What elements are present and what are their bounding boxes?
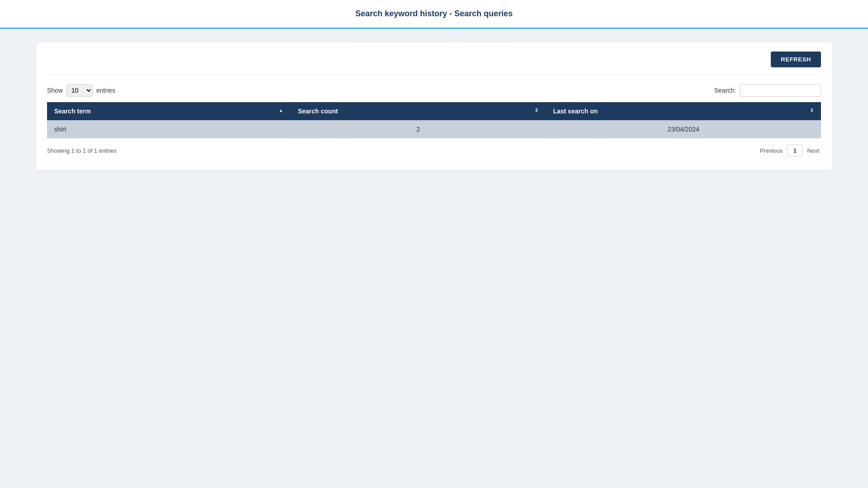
main-card: REFRESH Show 10 25 50 100 entries Search… bbox=[36, 42, 832, 170]
showing-text: Showing 1 to 1 of 1 entries bbox=[47, 147, 117, 154]
col-search-count-label: Search count bbox=[298, 108, 338, 115]
previous-button[interactable]: Previous bbox=[758, 145, 785, 156]
card-header: REFRESH bbox=[47, 52, 821, 75]
next-button[interactable]: Next bbox=[805, 145, 821, 156]
page-number: 1 bbox=[787, 145, 802, 157]
sort-icon-search-term: ▲ bbox=[278, 108, 283, 113]
show-label: Show bbox=[47, 87, 63, 94]
search-label: Search: bbox=[714, 87, 736, 94]
col-search-term[interactable]: Search term ▲ bbox=[47, 102, 291, 120]
cell-search-count: 2 bbox=[291, 120, 546, 138]
entries-label: entries bbox=[96, 87, 115, 94]
col-last-search-on[interactable]: Last search on ⇕ bbox=[546, 102, 821, 120]
page-title: Search keyword history - Search queries bbox=[355, 9, 513, 18]
data-table: Search term ▲ Search count ⇕ Last search… bbox=[47, 102, 821, 138]
col-search-term-label: Search term bbox=[54, 108, 91, 115]
sort-icon-last-search-on: ⇕ bbox=[810, 108, 814, 113]
pagination: Previous 1 Next bbox=[758, 145, 821, 157]
show-entries-control: Show 10 25 50 100 entries bbox=[47, 84, 115, 97]
page-content: REFRESH Show 10 25 50 100 entries Search… bbox=[0, 29, 868, 184]
sort-icon-search-count: ⇕ bbox=[534, 108, 538, 113]
col-search-count[interactable]: Search count ⇕ bbox=[291, 102, 546, 120]
entries-select[interactable]: 10 25 50 100 bbox=[66, 84, 93, 97]
table-row: shirt 2 23/04/2024 bbox=[47, 120, 821, 138]
top-bar: Search keyword history - Search queries bbox=[0, 0, 868, 29]
col-last-search-on-label: Last search on bbox=[553, 108, 598, 115]
search-control: Search: bbox=[714, 84, 821, 97]
table-header-row: Search term ▲ Search count ⇕ Last search… bbox=[47, 102, 821, 120]
cell-last-search-on: 23/04/2024 bbox=[546, 120, 821, 138]
refresh-button[interactable]: REFRESH bbox=[771, 52, 821, 67]
cell-search-term: shirt bbox=[47, 120, 291, 138]
table-controls: Show 10 25 50 100 entries Search: bbox=[47, 84, 821, 97]
search-input[interactable] bbox=[740, 84, 821, 97]
table-footer: Showing 1 to 1 of 1 entries Previous 1 N… bbox=[47, 145, 821, 157]
